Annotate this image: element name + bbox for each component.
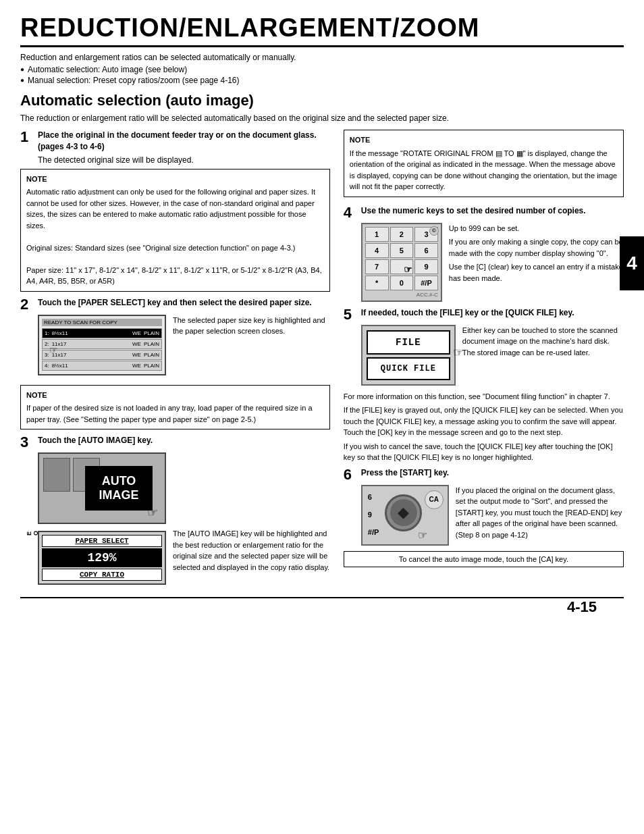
paper-row-4[interactable]: 4: 8½x11 WE PLAIN (42, 361, 162, 371)
note1-original: Original sizes: Standard sizes (see "Ori… (26, 242, 324, 254)
step4-title: Use the numeric keys to set the desired … (361, 205, 586, 217)
copy-ratio-screen-wrapper: OE PAPER SELECT 129% COPY RATIO (38, 528, 166, 585)
key-1[interactable]: 1 (365, 227, 389, 242)
paper-select-label: PAPER SELECT (42, 535, 162, 547)
note2-body: If paper of the desired size is not load… (26, 402, 324, 425)
bullet-manual: Manual selection: Preset copy ratios/zoo… (20, 76, 624, 85)
step5-number: 5 (344, 307, 356, 322)
note1-title: NOTE (26, 174, 324, 185)
auto-image-screen: AUTO IMAGE ☞ (38, 452, 166, 524)
file-screen: FILE QUICK FILE ☞ (361, 325, 456, 386)
cancel-note: To cancel the auto image mode, touch the… (344, 551, 624, 567)
key-9[interactable]: 9 (414, 259, 438, 274)
step1-body: The detected original size will be displ… (38, 155, 330, 165)
paper-row-1[interactable]: 1: 8½x11 WE PLAIN (42, 328, 162, 338)
paper-select-wrapper: READY TO SCAN FOR COPY 1: 8½x11 WE PLAIN… (38, 315, 330, 375)
step4-header: 4 Use the numeric keys to set the desire… (344, 205, 624, 220)
start-arrow-icon: ◆ (398, 504, 409, 521)
auto-image-line1: AUTO (97, 474, 140, 488)
step5-body: Either key can be touched to store the s… (462, 325, 624, 359)
intro-text: Reduction and enlargement ratios can be … (20, 53, 624, 62)
step4-body: Up to 999 can be set. If you are only ma… (449, 223, 624, 284)
key-4[interactable]: 4 (365, 243, 389, 258)
step1-title: Place the original in the document feede… (38, 130, 330, 153)
start-label-9: 9 (368, 511, 379, 519)
key-7[interactable]: 7 (365, 259, 389, 274)
copy-ratio-area: OE PAPER SELECT 129% COPY RATIO The [AUT… (38, 528, 330, 585)
start-button[interactable]: ◆ (385, 494, 422, 531)
step5-title: If needed, touch the [FILE] key or the [… (361, 307, 574, 319)
file-area: FILE QUICK FILE ☞ Either key can be touc… (361, 325, 624, 386)
step4-number: 4 (344, 205, 356, 220)
step1-header: 1 Place the original in the document fee… (20, 130, 330, 153)
bullet-auto: Automatic selection: Auto image (see bel… (20, 65, 624, 74)
copy-ratio-screen: PAPER SELECT 129% COPY RATIO (38, 531, 166, 585)
paper-row-3[interactable]: 3: 11x17 WE PLAIN (42, 350, 162, 360)
step6-number: 6 (344, 467, 356, 482)
ca-button[interactable]: CA (425, 490, 444, 509)
key-hash[interactable]: #/P (414, 276, 438, 290)
acc-label: ACC.#-C (365, 292, 438, 298)
note1-body: Automatic ratio adjustment can only be u… (26, 186, 324, 231)
page-number: 4-15 (567, 598, 597, 616)
ratio-display: 129% (42, 548, 162, 567)
step3-header: 3 Touch the [AUTO IMAGE] key. (20, 435, 330, 450)
key-6[interactable]: 6 (414, 243, 438, 258)
auto-image-line2: IMAGE (97, 488, 140, 502)
step1-number: 1 (20, 130, 32, 145)
paper-select-screen-container: READY TO SCAN FOR COPY 1: 8½x11 WE PLAIN… (38, 315, 166, 375)
chapter-tab: 4 (620, 236, 644, 290)
step2-number: 2 (20, 297, 32, 312)
auto-image-area: AUTO IMAGE ☞ (38, 452, 330, 524)
step6-body: If you placed the original on the docume… (456, 485, 624, 541)
note2-box: NOTE If paper of the desired size is not… (20, 385, 330, 430)
step3-number: 3 (20, 435, 32, 450)
finger-start: ☞ (418, 529, 427, 542)
start-area: CA 6 9 #/P ◆ (361, 485, 624, 546)
page-number-area: 4-15 (20, 597, 624, 616)
paper-screen-header: READY TO SCAN FOR COPY (42, 319, 162, 326)
start-label-6: 6 (368, 493, 379, 501)
section-subtitle: The reduction or enlargement ratio will … (20, 113, 624, 123)
note1-box: NOTE Automatic ratio adjustment can only… (20, 169, 330, 292)
key-3[interactable]: 3 © (414, 227, 438, 242)
key-8[interactable]: ☞ (390, 259, 414, 274)
section-title: Automatic selection (auto image) (20, 92, 624, 109)
step3-title: Touch the [AUTO IMAGE] key. (38, 435, 153, 446)
note-right-body: If the message "ROTATE ORIGINAL FROM ▤ T… (350, 148, 618, 192)
copy-ratio-label: COPY RATIO (42, 569, 162, 581)
finger-file: ☞ (453, 345, 464, 360)
step5-body2: For more information on this function, s… (344, 391, 624, 463)
step2-body: The selected paper size key is highlight… (173, 315, 330, 337)
start-screen: CA 6 9 #/P ◆ (361, 485, 449, 546)
key-star[interactable]: * (365, 276, 389, 290)
main-title: REDUCTION/ENLARGEMENT/ZOOM (20, 14, 624, 47)
keypad-area: 1 2 3 © 4 5 6 7 ☞ 9 (361, 223, 624, 302)
keypad-container: 1 2 3 © 4 5 6 7 ☞ 9 (361, 223, 442, 302)
file-button[interactable]: FILE (367, 330, 450, 355)
step6-header: 6 Press the [START] key. (344, 467, 624, 482)
note2-title: NOTE (26, 390, 324, 401)
step6-title: Press the [START] key. (361, 467, 449, 479)
key-5[interactable]: 5 (390, 243, 414, 258)
key-0[interactable]: 0 (390, 276, 414, 290)
step2-title: Touch the [PAPER SELECT] key and then se… (38, 297, 312, 309)
note-right-box: NOTE If the message "ROTATE ORIGINAL FRO… (344, 130, 624, 197)
quick-file-button[interactable]: QUICK FILE (367, 357, 450, 380)
note1-paper: Paper size: 11" x 17", 8-1/2" x 14", 8-1… (26, 265, 324, 287)
paper-select-screen: READY TO SCAN FOR COPY 1: 8½x11 WE PLAIN… (38, 315, 166, 375)
note-right-title: NOTE (350, 134, 618, 146)
auto-image-screen-container: AUTO IMAGE ☞ (38, 452, 166, 524)
step5-header: 5 If needed, touch the [FILE] key or the… (344, 307, 624, 322)
step3-body: The [AUTO IMAGE] key will be highlighted… (173, 528, 330, 573)
paper-row-2[interactable]: 2: 11x17 WE PLAIN ☞ (42, 339, 162, 349)
step2-header: 2 Touch the [PAPER SELECT] key and then … (20, 297, 330, 312)
start-label-hashp: #/P (368, 528, 379, 536)
key-2[interactable]: 2 (390, 227, 414, 242)
